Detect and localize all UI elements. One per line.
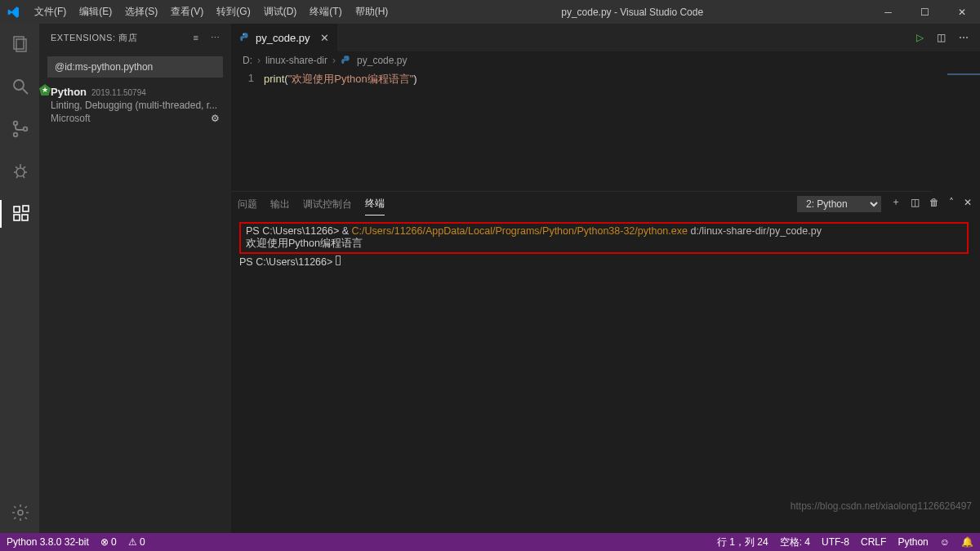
source-control-icon[interactable] xyxy=(1,115,40,143)
panel-tab-debugconsole[interactable]: 调试控制台 xyxy=(303,198,352,216)
extension-item-python[interactable]: ★ Python2019.11.50794 Linting, Debugging… xyxy=(39,82,231,131)
terminal-selector[interactable]: 2: Python xyxy=(797,196,881,212)
vscode-icon xyxy=(0,6,28,19)
panel-tab-output[interactable]: 输出 xyxy=(270,198,290,216)
activity-bar xyxy=(0,24,39,533)
svg-line-13 xyxy=(16,176,18,178)
extension-name: Python xyxy=(51,86,87,98)
extension-version: 2019.11.50794 xyxy=(91,88,146,97)
menu-file[interactable]: 文件(F) xyxy=(28,5,73,19)
svg-rect-15 xyxy=(14,207,20,212)
svg-rect-18 xyxy=(23,206,29,211)
status-indentation[interactable]: 空格: 4 xyxy=(780,535,810,549)
menu-bar: 文件(F) 编辑(E) 选择(S) 查看(V) 转到(G) 调试(D) 终端(T… xyxy=(28,5,394,19)
python-file-icon xyxy=(341,55,352,66)
extension-publisher: Microsoft xyxy=(51,113,91,124)
run-icon[interactable]: ▷ xyxy=(916,32,924,43)
maximize-button[interactable]: ☐ xyxy=(906,0,943,24)
status-warnings[interactable]: ⚠ 0 xyxy=(128,536,145,548)
tab-pycode[interactable]: py_code.py ✕ xyxy=(231,24,338,51)
panel-maximize-icon[interactable]: ˄ xyxy=(949,197,954,212)
extension-description: Linting, Debugging (multi-threaded, r... xyxy=(51,100,220,111)
extensions-icon[interactable] xyxy=(0,200,39,228)
minimize-button[interactable]: ─ xyxy=(870,0,906,24)
watermark-text: https://blog.csdn.net/xiaolong1126626497 xyxy=(791,500,972,512)
code-line[interactable]: print("欢迎使用Python编程语言") xyxy=(264,69,417,191)
more-icon[interactable]: ⋯ xyxy=(211,33,220,43)
panel-tab-terminal[interactable]: 终端 xyxy=(365,197,385,216)
panel-tab-problems[interactable]: 问题 xyxy=(238,198,257,216)
panel-tabs: 问题 输出 调试控制台 终端 2: Python ＋ ◫ 🗑 ˄ ✕ xyxy=(231,192,980,216)
code-editor[interactable]: 1 print("欢迎使用Python编程语言") xyxy=(231,69,980,191)
debug-icon[interactable] xyxy=(1,158,40,185)
terminal-highlight-box: PS C:\Users\11266> & C:/Users/11266/AppD… xyxy=(239,222,969,254)
status-eol[interactable]: CRLF xyxy=(861,536,886,548)
status-python-version[interactable]: Python 3.8.0 32-bit xyxy=(7,536,89,548)
svg-point-2 xyxy=(14,80,24,90)
editor-area: py_code.py ✕ ▷ ◫ ⋯ D:› linux-share-dir› … xyxy=(231,24,980,533)
svg-line-3 xyxy=(23,89,28,94)
tab-label: py_code.py xyxy=(256,32,310,44)
svg-line-12 xyxy=(23,167,25,169)
bottom-panel: 问题 输出 调试控制台 终端 2: Python ＋ ◫ 🗑 ˄ ✕ PS C:… xyxy=(231,191,980,533)
terminal-cursor xyxy=(336,256,341,265)
tab-close-icon[interactable]: ✕ xyxy=(320,32,329,44)
panel-close-icon[interactable]: ✕ xyxy=(964,197,972,212)
explorer-icon[interactable] xyxy=(1,30,40,58)
breadcrumb-segment[interactable]: py_code.py xyxy=(357,55,407,66)
svg-rect-17 xyxy=(22,215,28,220)
menu-view[interactable]: 查看(V) xyxy=(164,5,210,19)
sidebar-title: EXTENSIONS: 商店 xyxy=(51,32,137,44)
status-encoding[interactable]: UTF-8 xyxy=(822,536,849,548)
split-editor-icon[interactable]: ◫ xyxy=(937,32,946,43)
status-cursor-position[interactable]: 行 1，列 24 xyxy=(717,535,768,549)
sidebar-header: EXTENSIONS: 商店 ≡ ⋯ xyxy=(39,24,231,51)
minimap[interactable] xyxy=(933,70,980,193)
menu-edit[interactable]: 编辑(E) xyxy=(73,5,118,19)
extension-manage-gear-icon[interactable]: ⚙ xyxy=(211,113,220,124)
titlebar: 文件(F) 编辑(E) 选择(S) 查看(V) 转到(G) 调试(D) 终端(T… xyxy=(0,0,980,24)
extension-search-input[interactable]: @id:ms-python.python xyxy=(47,56,223,78)
svg-point-6 xyxy=(24,127,28,131)
sidebar: EXTENSIONS: 商店 ≡ ⋯ @id:ms-python.python … xyxy=(39,24,231,533)
filter-icon[interactable]: ≡ xyxy=(194,33,199,43)
status-notifications-icon[interactable]: 🔔 xyxy=(961,536,973,548)
menu-terminal[interactable]: 终端(T) xyxy=(303,5,348,19)
menu-debug[interactable]: 调试(D) xyxy=(257,5,304,19)
tabs-row: py_code.py ✕ ▷ ◫ ⋯ xyxy=(231,24,980,51)
menu-help[interactable]: 帮助(H) xyxy=(349,5,395,19)
status-errors[interactable]: ⊗ 0 xyxy=(100,536,117,548)
terminal[interactable]: PS C:\Users\11266> & C:/Users/11266/AppD… xyxy=(231,216,980,533)
svg-point-20 xyxy=(243,33,244,34)
status-feedback-icon[interactable]: ☺ xyxy=(940,536,950,548)
editor-more-icon[interactable]: ⋯ xyxy=(959,32,969,43)
status-bar: Python 3.8.0 32-bit ⊗ 0 ⚠ 0 行 1，列 24 空格:… xyxy=(0,533,980,551)
svg-point-4 xyxy=(14,122,18,126)
svg-point-5 xyxy=(14,133,18,137)
menu-go[interactable]: 转到(G) xyxy=(210,5,256,19)
star-badge-icon: ★ xyxy=(39,84,51,96)
svg-line-11 xyxy=(16,167,18,169)
search-icon[interactable] xyxy=(1,73,40,100)
status-language[interactable]: Python xyxy=(898,536,928,548)
svg-point-19 xyxy=(18,510,23,515)
python-file-icon xyxy=(239,32,251,43)
menu-selection[interactable]: 选择(S) xyxy=(118,5,164,19)
breadcrumb-segment[interactable]: D: xyxy=(243,55,252,66)
settings-gear-icon[interactable] xyxy=(1,499,40,527)
new-terminal-icon[interactable]: ＋ xyxy=(891,195,901,213)
split-terminal-icon[interactable]: ◫ xyxy=(911,197,920,212)
window-title: py_code.py - Visual Studio Code xyxy=(394,7,870,18)
svg-rect-16 xyxy=(14,215,20,220)
kill-terminal-icon[interactable]: 🗑 xyxy=(929,197,939,212)
line-number: 1 xyxy=(231,69,264,191)
breadcrumb[interactable]: D:› linux-share-dir› py_code.py xyxy=(231,51,980,69)
breadcrumb-segment[interactable]: linux-share-dir xyxy=(265,55,327,66)
svg-line-14 xyxy=(23,176,24,178)
close-button[interactable]: ✕ xyxy=(943,0,980,24)
